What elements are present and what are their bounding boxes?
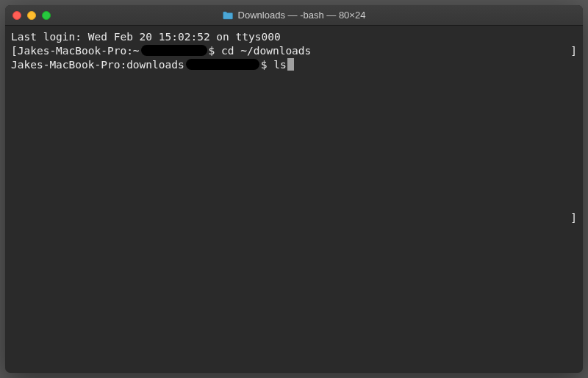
folder-icon bbox=[223, 11, 234, 20]
prompt-host: Jakes-MacBook-Pro:downloads bbox=[11, 58, 184, 72]
redacted-user bbox=[141, 45, 207, 56]
terminal-window: Downloads — -bash — 80×24 Last login: We… bbox=[5, 5, 583, 373]
cursor bbox=[287, 58, 294, 71]
prompt-symbol: $ bbox=[209, 44, 221, 58]
line-wrap-bracket: ] bbox=[570, 44, 577, 58]
terminal-line-2: Jakes-MacBook-Pro:downloads $ ls bbox=[11, 58, 577, 72]
command-text: ls bbox=[273, 58, 286, 72]
maximize-button[interactable] bbox=[42, 11, 51, 20]
window-title: Downloads — -bash — 80×24 bbox=[238, 10, 366, 21]
line-wrap-bracket: ] bbox=[570, 211, 577, 225]
terminal-line-1: [Jakes-MacBook-Pro:~ $ cd ~/downloads bbox=[11, 44, 577, 58]
title-bar: Downloads — -bash — 80×24 bbox=[5, 5, 583, 26]
terminal-body[interactable]: Last login: Wed Feb 20 15:02:52 on ttys0… bbox=[5, 26, 583, 373]
command-text: cd ~/downloads bbox=[221, 44, 311, 58]
window-title-area: Downloads — -bash — 80×24 bbox=[223, 10, 366, 21]
minimize-button[interactable] bbox=[27, 11, 36, 20]
login-text: Last login: Wed Feb 20 15:02:52 on ttys0… bbox=[11, 30, 281, 44]
redacted-user bbox=[186, 59, 259, 70]
prompt-host: [Jakes-MacBook-Pro:~ bbox=[11, 44, 140, 58]
terminal-line-login: Last login: Wed Feb 20 15:02:52 on ttys0… bbox=[11, 30, 577, 44]
prompt-symbol: $ bbox=[261, 58, 273, 72]
traffic-lights bbox=[12, 11, 51, 20]
close-button[interactable] bbox=[12, 11, 21, 20]
